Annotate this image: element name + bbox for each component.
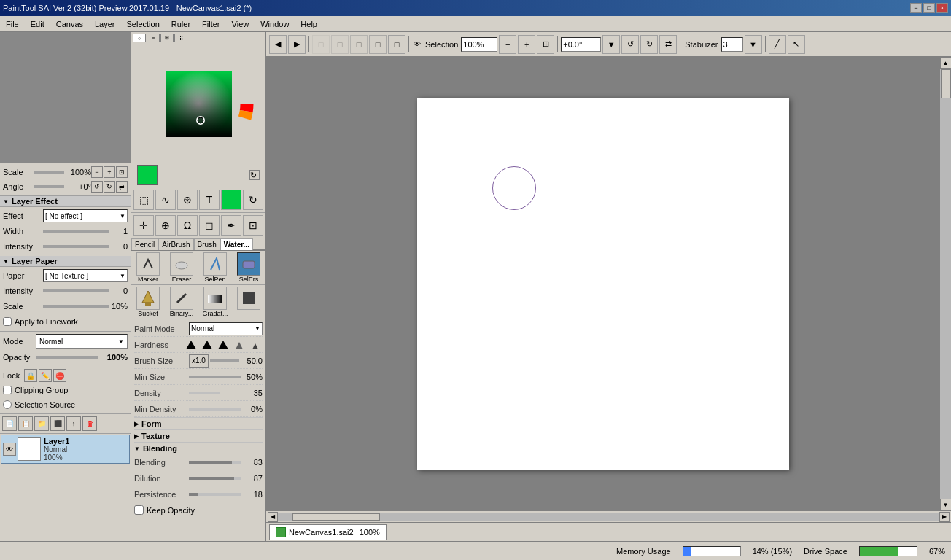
menu-window[interactable]: Window (255, 18, 295, 30)
brush-cell-extra4[interactable] (232, 285, 265, 319)
lock-alpha-button[interactable]: ✏️ (39, 369, 52, 382)
mask-layer-button[interactable]: ⬛ (50, 416, 65, 431)
blending-slider[interactable] (189, 461, 241, 464)
canvas-tab[interactable]: NewCanvas1.sai2 100% (269, 524, 387, 540)
zoom-plus-button[interactable]: + (518, 35, 535, 54)
scale-decrease-button[interactable]: − (91, 166, 103, 178)
color-swatch-tool[interactable] (221, 190, 241, 210)
lasso-tool[interactable]: ∿ (155, 190, 176, 210)
layer-visibility-toggle[interactable]: 👁 (3, 443, 16, 456)
layer-item[interactable]: 👁 Layer1 Normal 100% (1, 435, 130, 464)
scroll-down-button[interactable]: ▼ (940, 499, 952, 510)
hardness-3[interactable] (232, 339, 247, 351)
opacity-slider[interactable] (36, 356, 98, 359)
zoom-minus-button[interactable]: − (499, 35, 516, 54)
pen-tool-button[interactable]: ╱ (769, 35, 786, 54)
stabilizer-dropdown-button[interactable]: ▼ (745, 35, 762, 54)
rotation-ccw-button[interactable]: ↺ (621, 35, 639, 54)
scroll-thumb-v[interactable] (941, 69, 951, 98)
brush-cell-gradient[interactable]: Gradat... (198, 285, 232, 319)
maximize-button[interactable]: □ (923, 3, 935, 13)
scale-increase-button[interactable]: + (104, 166, 115, 178)
density-slider[interactable] (189, 392, 220, 394)
text-tool[interactable]: T (199, 190, 220, 210)
effect-dropdown[interactable]: [ No effect ] ▼ (43, 209, 128, 222)
brush-cell-selers[interactable]: SelErs (232, 251, 265, 284)
menu-help[interactable]: Help (295, 18, 323, 30)
delete-layer-button[interactable]: 🗑 (82, 416, 97, 431)
brush-tab-brush[interactable]: Brush (194, 238, 220, 250)
persistence-slider[interactable] (189, 493, 241, 496)
canvas-drawing-area[interactable] (266, 57, 939, 510)
opacity-btn-1[interactable]: □ (312, 35, 330, 54)
rotate-canvas-tool[interactable]: ↻ (243, 190, 263, 210)
paper-scale-slider[interactable] (43, 305, 109, 308)
menu-filter[interactable]: Filter (196, 18, 225, 30)
minimize-button[interactable]: − (910, 3, 922, 13)
color-tab-sliders[interactable]: ≡ (147, 34, 160, 42)
menu-view[interactable]: View (226, 18, 255, 30)
selection-source-radio[interactable] (3, 400, 12, 409)
min-size-slider[interactable] (189, 376, 241, 378)
eyedropper-tool[interactable]: ✒ (221, 215, 241, 236)
scroll-thumb-h[interactable] (292, 513, 380, 521)
main-canvas[interactable] (417, 98, 789, 470)
select-rect-tool[interactable]: ⬚ (133, 190, 154, 210)
angle-slider[interactable] (34, 185, 64, 188)
nav-back-button[interactable]: ◀ (269, 35, 287, 54)
color-tab-palette[interactable]: ⊞ (160, 34, 174, 42)
opacity-btn-5[interactable]: □ (388, 35, 405, 54)
brush-cell-binary[interactable]: Binary... (165, 285, 198, 319)
opacity-btn-3[interactable]: □ (350, 35, 368, 54)
mode-dropdown[interactable]: Normal ▼ (36, 334, 128, 349)
headphones-tool[interactable]: Ω (177, 215, 198, 236)
lock-move-button[interactable]: ⛔ (53, 369, 66, 382)
brush-cell-bucket[interactable]: Bucket (131, 285, 165, 319)
scroll-track-v[interactable] (940, 69, 951, 499)
copy-layer-button[interactable]: 📋 (18, 416, 33, 431)
close-button[interactable]: × (936, 3, 948, 13)
brush-tab-water[interactable]: Water... (220, 238, 253, 250)
lock-button[interactable]: 🔒 (24, 369, 37, 382)
brush-size-mult-button[interactable]: x1.0 (189, 354, 209, 368)
zoom-input[interactable] (461, 37, 497, 52)
brush-size-slider[interactable] (210, 359, 239, 362)
move-up-button[interactable]: ↑ (66, 416, 81, 431)
keep-opacity-checkbox[interactable] (134, 505, 144, 515)
menu-edit[interactable]: Edit (25, 18, 50, 30)
paper-intensity-slider[interactable] (43, 289, 109, 292)
scale-slider[interactable] (34, 171, 64, 174)
hardness-0[interactable] (184, 339, 198, 351)
color-reset-button[interactable]: ↻ (249, 170, 260, 180)
effect-width-slider[interactable] (43, 230, 109, 233)
scale-reset-button[interactable]: ⊡ (116, 166, 128, 178)
cursor-tool-button[interactable]: ↖ (788, 35, 805, 54)
color-wheel[interactable] (142, 47, 255, 160)
rotation-input[interactable] (561, 37, 601, 52)
brush-tab-airbrush[interactable]: AirBrush (158, 238, 193, 250)
opacity-btn-4[interactable]: □ (369, 35, 387, 54)
zoom-tool[interactable]: ⊕ (155, 215, 176, 236)
angle-flip-button[interactable]: ⇄ (116, 181, 128, 192)
layer-paper-header[interactable]: Layer Paper (0, 256, 131, 267)
brush-tab-pencil[interactable]: Pencil (131, 238, 158, 250)
active-color-display[interactable] (137, 165, 158, 185)
scroll-up-button[interactable]: ▲ (940, 57, 952, 69)
brush-cell-marker[interactable]: Marker (131, 251, 165, 284)
menu-canvas[interactable]: Canvas (50, 18, 89, 30)
group-layer-button[interactable]: 📁 (34, 416, 49, 431)
angle-ccw-button[interactable]: ↺ (91, 181, 103, 192)
scroll-left-button[interactable]: ◀ (268, 512, 278, 522)
extra-tool[interactable]: ⊡ (243, 215, 263, 236)
nav-forward-button[interactable]: ▶ (288, 35, 306, 54)
angle-cw-button[interactable]: ↻ (104, 181, 115, 192)
new-layer-button[interactable]: 📄 (2, 416, 17, 431)
opacity-btn-2[interactable]: □ (331, 35, 349, 54)
rotation-flip-button[interactable]: ⇄ (659, 35, 677, 54)
effect-intensity-slider[interactable] (43, 245, 109, 248)
menu-layer[interactable]: Layer (89, 18, 121, 30)
menu-selection[interactable]: Selection (121, 18, 166, 30)
brush-cell-eraser[interactable]: Eraser (165, 251, 198, 284)
hardness-4[interactable] (248, 339, 263, 351)
texture-section-toggle[interactable]: ▶ Texture (134, 429, 263, 442)
